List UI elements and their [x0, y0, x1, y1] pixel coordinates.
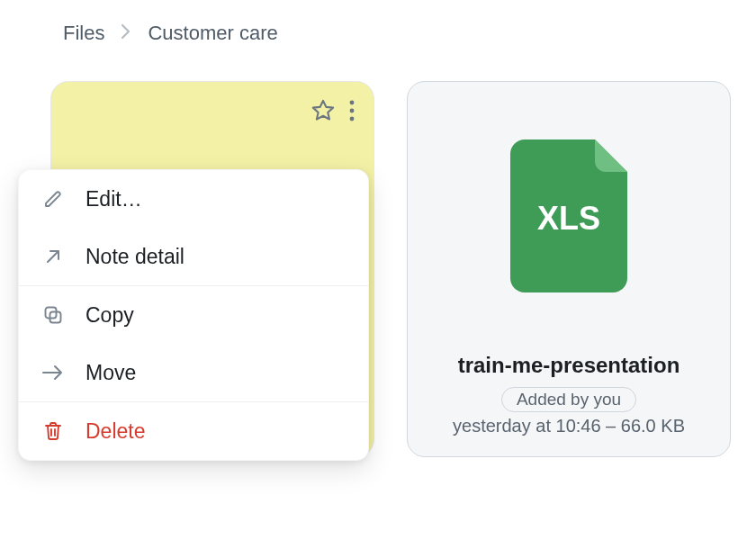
file-thumb: XLS [408, 82, 730, 349]
menu-item-copy[interactable]: Copy [19, 286, 368, 344]
file-card[interactable]: XLS train-me-presentation Added by you y… [407, 81, 731, 457]
arrow-up-right-icon [40, 244, 66, 269]
menu-item-label: Note detail [86, 245, 184, 269]
file-added-by-badge: Added by you [501, 387, 636, 412]
menu-item-label: Copy [86, 303, 134, 328]
trash-icon [40, 418, 66, 444]
breadcrumb-root[interactable]: Files [63, 22, 104, 45]
svg-point-1 [350, 109, 355, 113]
star-icon[interactable] [310, 98, 336, 127]
context-menu: Edit… Note detail Copy Move Delete [18, 169, 369, 461]
menu-item-label: Delete [86, 419, 145, 444]
copy-icon [40, 302, 66, 328]
file-meta: yesterday at 10:46 – 66.0 KB [453, 416, 685, 456]
breadcrumb-current[interactable]: Customer care [148, 22, 277, 45]
chevron-right-icon [121, 22, 131, 45]
breadcrumb: Files Customer care [0, 0, 756, 45]
menu-item-delete[interactable]: Delete [19, 402, 368, 460]
xls-file-icon: XLS [510, 140, 627, 292]
more-icon[interactable] [348, 98, 356, 127]
note-title [51, 127, 374, 136]
menu-item-note-detail[interactable]: Note detail [19, 228, 368, 285]
file-name: train-me-presentation [458, 353, 680, 378]
svg-point-2 [350, 117, 355, 122]
menu-item-edit[interactable]: Edit… [19, 170, 368, 228]
svg-point-0 [350, 101, 355, 105]
pencil-icon [40, 186, 66, 212]
menu-item-label: Move [86, 361, 136, 385]
menu-item-label: Edit… [86, 187, 142, 212]
menu-item-move[interactable]: Move [19, 344, 368, 401]
file-ext-label: XLS [537, 200, 600, 237]
arrow-right-icon [40, 360, 66, 385]
